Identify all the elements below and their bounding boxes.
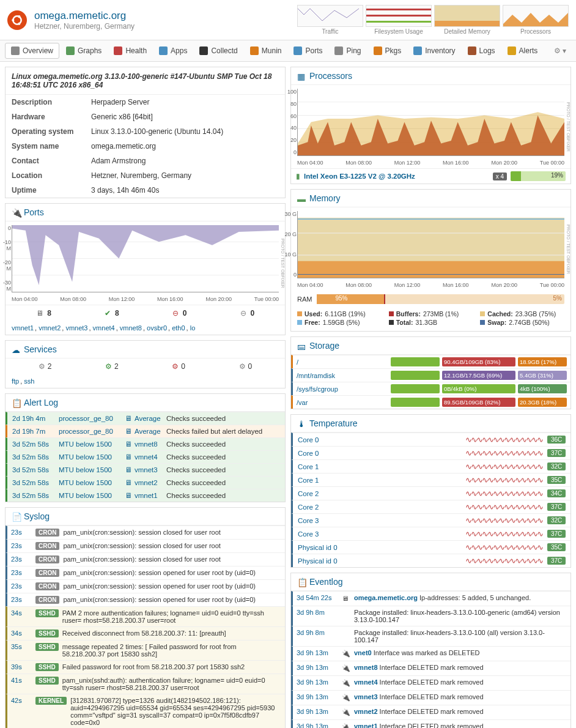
sparkline: ∿∿∿∿∿∿∿∿∿∿∿∿∿∿ — [364, 529, 542, 538]
syslog-row[interactable]: 23sCRONpam_unix(cron:session): session c… — [6, 552, 285, 566]
alert-row[interactable]: 2d 19h 4mprocessor_ge_80🖥AverageChecks s… — [6, 412, 285, 425]
device-icon: 🖥 — [125, 453, 132, 461]
port-link-eth0[interactable]: eth0 — [172, 324, 185, 332]
temp-row[interactable]: Core 1∿∿∿∿∿∿∿∿∿∿∿∿∿∿35C — [291, 473, 570, 486]
storage-row[interactable]: /90.4GB/109GB (83%)18.9GB (17%) — [291, 355, 570, 368]
alert-row[interactable]: 3d 52m 58sMTU below 1500🖥vmnet1Checks su… — [6, 489, 285, 502]
event-row[interactable]: 3d 9h 13m🔌vmnet1 Interface DELETED mark … — [291, 719, 570, 728]
storage-row[interactable]: /mnt/ramdisk12.1GB/17.5GB (69%)5.4GB (31… — [291, 368, 570, 382]
mem-stat: Total: 31.3GB — [389, 319, 473, 326]
thumb-filesystem-usage[interactable]: Filesystem Usage — [366, 5, 432, 35]
mem-stat: Buffers: 273MB (1%) — [389, 310, 473, 318]
tab-overview[interactable]: Overview — [5, 43, 59, 59]
syslog-row[interactable]: 23sCRONpam_unix(cron:session): session o… — [6, 566, 285, 579]
syslog-tag: SSHD — [35, 643, 59, 651]
event-row[interactable]: 3d 9h 13m🔌vmnet3 Interface DELETED mark … — [291, 690, 570, 705]
temperature-panel: 🌡Temperature Core 0∿∿∿∿∿∿∿∿∿∿∿∿∿∿36CCore… — [290, 414, 571, 568]
ports-panel: 🔌Ports 0-10 M-20 M-30 M PROTO / TEST OBF… — [5, 203, 286, 335]
temp-row[interactable]: Core 2∿∿∿∿∿∿∿∿∿∿∿∿∿∿34C — [291, 486, 570, 500]
service-link-ssh[interactable]: ssh — [24, 377, 34, 385]
syslog-row[interactable]: 41sSSHDpam_unix(sshd:auth): authenticati… — [6, 674, 285, 694]
port-link-vmnet8[interactable]: vmnet8 — [120, 324, 142, 332]
tab-collectd[interactable]: Collectd — [194, 43, 243, 58]
syslog-tag: CRON — [35, 529, 59, 537]
device-icon: 🖥 — [125, 440, 132, 448]
thumb-traffic[interactable]: Traffic — [297, 5, 363, 35]
cpu-icon: ▦ — [297, 72, 306, 80]
event-row[interactable]: 3d 9h 13m🔌vmnet2 Interface DELETED mark … — [291, 705, 570, 719]
settings-gear-icon[interactable]: ⚙ ▾ — [549, 44, 571, 58]
syslog-row[interactable]: 34sSSHDPAM 2 more authentication failure… — [6, 606, 285, 626]
syslog-row[interactable]: 23sCRONpam_unix(cron:session): session o… — [6, 593, 285, 606]
alert-row[interactable]: 3d 52m 58sMTU below 1500🖥vmnet8Checks su… — [6, 437, 285, 450]
storage-row[interactable]: /var89.5GB/109GB (82%)20.3GB (18%) — [291, 395, 570, 409]
hostname[interactable]: omega.memetic.org — [34, 10, 135, 22]
sysinfo-row: ContactAdam Armstrong — [6, 154, 285, 168]
tab-apps[interactable]: Apps — [153, 43, 193, 58]
syslog-row[interactable]: 35sSSHDmessage repeated 2 times: [ Faile… — [6, 640, 285, 660]
tab-graphs[interactable]: Graphs — [61, 43, 107, 58]
temp-row[interactable]: Physical id 0∿∿∿∿∿∿∿∿∿∿∿∿∿∿35C — [291, 540, 570, 554]
port-link-vmnet1[interactable]: vmnet1 — [12, 324, 34, 332]
processors-panel: ▦Processors 100806040200 PROTO / TEST OB… — [290, 67, 571, 184]
port-link-lo[interactable]: lo — [190, 324, 196, 332]
temp-row[interactable]: Core 3∿∿∿∿∿∿∿∿∿∿∿∿∿∿32C — [291, 513, 570, 527]
cpu-chart[interactable]: 100806040200 PROTO / TEST OBFIXER — [297, 89, 564, 156]
memory-panel: ▬Memory 30 G20 G10 G0 PROTO / TEST OBFIX… — [290, 189, 571, 332]
syslog-row[interactable]: 42sKERNEL[312831.970872] type=1326 audit… — [6, 694, 285, 728]
thumb-detailed-memory[interactable]: Detailed Memory — [434, 5, 500, 35]
tab-ping[interactable]: Ping — [329, 43, 366, 58]
syslog-row[interactable]: 39sSSHDFailed password for root from 58.… — [6, 660, 285, 674]
cpu-name[interactable]: Intel Xeon E3-1225 V2 @ 3.20GHz — [304, 173, 489, 180]
tab-ports[interactable]: Ports — [288, 43, 328, 58]
storage-row[interactable]: /sys/fs/cgroup0B/4kB (0%)4kB (100%) — [291, 382, 570, 395]
thumb-processors[interactable]: Processors — [503, 5, 569, 35]
svg-rect-6 — [366, 21, 431, 23]
temp-row[interactable]: Core 2∿∿∿∿∿∿∿∿∿∿∿∿∿∿37C — [291, 500, 570, 513]
event-row[interactable]: 3d 9h 13m🔌vnet0 Interface was marked as … — [291, 646, 570, 661]
memory-chart[interactable]: 30 G20 G10 G0 PROTO / TEST OBFIXER — [297, 211, 564, 278]
syslog-row[interactable]: 23sCRONpam_unix(cron:session): session o… — [6, 579, 285, 593]
tab-pkgs[interactable]: Pkgs — [368, 43, 407, 58]
event-row[interactable]: 3d 54m 22s🖥omega.memetic.org Ip-addresse… — [291, 591, 570, 606]
sysinfo-row: Operating systemLinux 3.13.0-100-generic… — [6, 124, 285, 139]
temp-row[interactable]: Core 0∿∿∿∿∿∿∿∿∿∿∿∿∿∿37C — [291, 446, 570, 459]
sparkline: ∿∿∿∿∿∿∿∿∿∿∿∿∿∿ — [364, 516, 542, 525]
syslog-row[interactable]: 34sSSHDReceived disconnect from 58.218.2… — [6, 626, 285, 640]
ports-chart[interactable]: 0-10 M-20 M-30 M PROTO / TEST OBFIXER — [12, 225, 279, 292]
srv-icon: 🖥 — [342, 595, 350, 603]
syslog-tag: CRON — [35, 582, 59, 590]
svg-rect-4 — [366, 9, 431, 10]
service-link-ftp[interactable]: ftp — [12, 377, 19, 385]
event-row[interactable]: 3d 9h 8mPackage installed: linux-headers… — [291, 606, 570, 626]
tab-alerts[interactable]: Alerts — [502, 43, 544, 58]
alert-row[interactable]: 2d 19h 7mprocessor_ge_80🖥AverageChecks f… — [6, 425, 285, 437]
temp-row[interactable]: Physical id 0∿∿∿∿∿∿∿∿∿∿∿∿∿∿37C — [291, 554, 570, 567]
syslog-row[interactable]: 23sCRONpam_unix(cron:session): session c… — [6, 526, 285, 539]
sparkline: ∿∿∿∿∿∿∿∿∿∿∿∿∿∿ — [364, 543, 542, 552]
port-link-vmnet2[interactable]: vmnet2 — [39, 324, 61, 332]
svg-rect-5 — [366, 15, 431, 17]
tab-health[interactable]: Health — [108, 43, 152, 58]
ports-stat: 🖥 8 — [36, 309, 51, 318]
services-panel: ☁Services ⚙ 2⚙ 2⚙ 0⚙ 0 ftp, ssh — [5, 340, 286, 388]
event-row[interactable]: 3d 9h 13m🔌vmnet4 Interface DELETED mark … — [291, 675, 570, 690]
alert-row[interactable]: 3d 52m 58sMTU below 1500🖥vmnet2Checks su… — [6, 476, 285, 489]
temp-row[interactable]: Core 1∿∿∿∿∿∿∿∿∿∿∿∿∿∿32C — [291, 459, 570, 473]
tab-inventory[interactable]: Inventory — [408, 43, 460, 58]
alert-row[interactable]: 3d 52m 58sMTU below 1500🖥vmnet3Checks su… — [6, 463, 285, 476]
tab-munin[interactable]: Munin — [245, 43, 287, 58]
tab-logs[interactable]: Logs — [462, 43, 501, 58]
svg-rect-8 — [435, 21, 500, 26]
temp-row[interactable]: Core 3∿∿∿∿∿∿∿∿∿∿∿∿∿∿37C — [291, 527, 570, 540]
syslog-row[interactable]: 23sCRONpam_unix(cron:session): session c… — [6, 539, 285, 552]
port-link-vmnet4[interactable]: vmnet4 — [93, 324, 115, 332]
ram-bar: 95% 5% — [317, 294, 564, 304]
alert-row[interactable]: 3d 52m 58sMTU below 1500🖥vmnet4Checks su… — [6, 450, 285, 463]
event-row[interactable]: 3d 9h 8mPackage installed: linux-headers… — [291, 626, 570, 646]
syslog-tag: SSHD — [35, 609, 59, 617]
port-link-vmnet3[interactable]: vmnet3 — [65, 324, 87, 332]
port-link-ovsbr0[interactable]: ovsbr0 — [147, 324, 167, 332]
temp-row[interactable]: Core 0∿∿∿∿∿∿∿∿∿∿∿∿∿∿36C — [291, 433, 570, 446]
event-row[interactable]: 3d 9h 13m🔌vmnet8 Interface DELETED mark … — [291, 661, 570, 675]
